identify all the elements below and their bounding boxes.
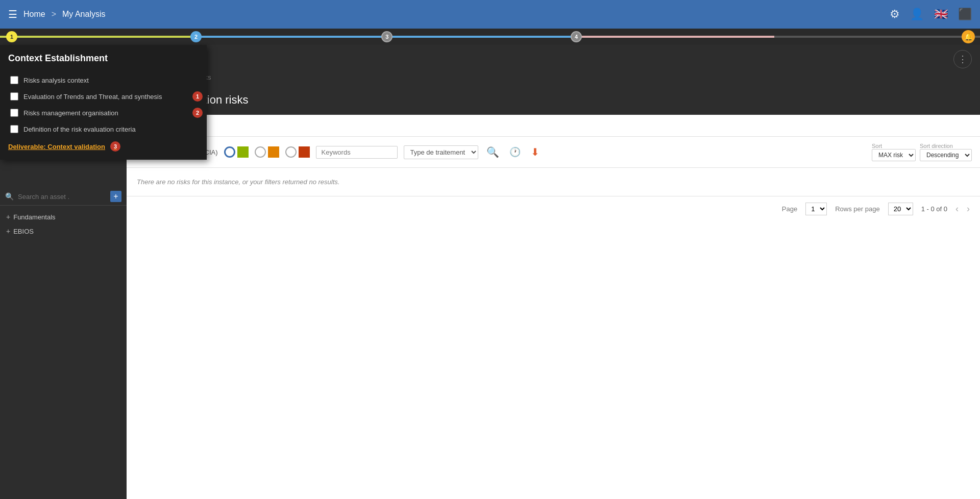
threshold-sq-red[interactable] [299,146,310,158]
rows-label: Rows per page [835,205,879,213]
progress-track [0,36,980,38]
pagination-bar: Page 1 Rows per page 20 1 - 0 of 0 ‹ › [127,196,980,221]
nav-right: ⚙ 👤 🇬🇧 ⬛ [890,8,972,21]
context-checkbox-3[interactable] [10,109,18,117]
context-label-1: Risks analysis context [23,77,89,84]
search-button[interactable]: 🔍 [484,144,501,160]
progress-fill-1 [0,36,196,38]
threshold-group-3 [285,146,310,158]
threshold-sq-orange[interactable] [268,146,279,158]
context-checkbox-1[interactable] [10,76,18,84]
user-icon[interactable]: 👤 [910,8,924,21]
context-item-3[interactable]: Risks management organisation 2 [8,105,199,121]
threshold-dot-3[interactable] [285,146,297,158]
progress-bar: 1 2 3 4 🔔 [0,29,980,45]
context-dropdown: Context Establishment Risks analysis con… [0,45,207,160]
analysis-header: My Analysis Risks analysis ⋮ [127,45,980,71]
deliverable-text: Deliverable: Context validation [8,143,105,151]
nav-separator: > [52,10,56,19]
context-badge-2: 2 [192,108,203,118]
tree-expand-icon: + [6,213,10,221]
operational-risks-section: Operational risks Risk threshold (on max… [127,115,980,499]
notification-bell[interactable]: 🔔 [962,30,975,43]
pagination-count: 1 - 0 of 0 [921,205,947,213]
nav-home-link[interactable]: Home [23,10,45,19]
page-select[interactable]: 1 [805,203,827,215]
analysis-subtitle: Risks analysis [145,61,945,68]
flag-icon[interactable]: 🇬🇧 [934,8,948,21]
nav-current-page: My Analysis [62,10,105,19]
pagination-prev-button[interactable]: ‹ [955,204,959,214]
zero-risks-banner: 0 information risks [127,85,980,115]
rows-per-page-select[interactable]: 20 [888,203,913,215]
sidebar-search-bar: 🔍 + [0,188,127,206]
step-node-4[interactable]: 4 [571,31,582,42]
threshold-dot-2[interactable] [255,146,266,158]
sort-direction-select[interactable]: Descending [920,149,972,161]
settings-icon[interactable]: ⚙ [890,8,900,21]
threshold-sq-green[interactable] [237,146,249,158]
step-node-3[interactable]: 3 [381,31,393,42]
sort-select[interactable]: MAX risk [872,149,916,161]
treatment-select[interactable]: Type de traitement [404,145,478,159]
sort-group: Sort MAX risk Sort direction Descending [872,143,972,161]
top-nav: ☰ Home > My Analysis ⚙ 👤 🇬🇧 ⬛ [0,0,980,29]
sort-label: Sort [872,143,916,149]
sort-direction-section: Sort direction Descending [920,143,972,161]
search-input[interactable] [18,193,106,201]
no-results-message: There are no risks for this instance, or… [127,168,980,196]
sidebar-tree: + Fundamentals + EBIOS [0,206,127,242]
context-item-2[interactable]: Evaluation of Trends and Threat, and syn… [8,88,199,105]
keywords-input[interactable] [316,146,398,159]
context-label-3: Risks management organisation [23,109,118,117]
nav-left: ☰ Home > My Analysis [8,8,106,20]
menu-icon[interactable]: ☰ [8,8,17,20]
analysis-menu-button[interactable]: ⋮ [953,50,972,68]
sort-direction-label: Sort direction [920,143,972,149]
tree-item-ebios[interactable]: + EBIOS [0,224,127,238]
search-icon: 🔍 [5,192,14,201]
tree-label-fundamentals: Fundamentals [13,213,55,221]
analysis-title: My Analysis [145,50,945,61]
main-content: My Analysis Risks analysis ⋮ 0 informati… [127,45,980,499]
analysis-header-text: My Analysis Risks analysis [145,50,945,68]
history-button[interactable]: 🕐 [507,144,523,160]
sort-section: Sort MAX risk [872,143,916,161]
context-title: Context Establishment [8,53,199,64]
context-item-1[interactable]: Risks analysis context [8,72,199,88]
context-checkbox-4[interactable] [10,125,18,133]
threshold-group-1 [224,146,249,158]
download-button[interactable]: ⬇ [529,144,542,160]
threshold-dot-selected[interactable] [224,146,235,158]
context-item-4[interactable]: Definition of the risk evaluation criter… [8,121,199,137]
progress-fill-3 [578,36,774,38]
context-badge-1: 1 [192,91,203,102]
pagination-next-button[interactable]: › [967,204,970,214]
filter-toolbar: Risk threshold (on max CIA) Type de trai… [127,137,980,168]
page-label: Page [782,205,797,213]
context-checkbox-2[interactable] [10,92,18,101]
step-node-2[interactable]: 2 [190,31,202,42]
add-asset-button[interactable]: + [110,191,121,202]
operational-risks-header: Operational risks [127,115,980,137]
tree-label-ebios: EBIOS [13,228,34,235]
step-node-1[interactable]: 1 [6,31,17,42]
tree-item-fundamentals[interactable]: + Fundamentals [0,210,127,224]
deliverable-link[interactable]: Deliverable: Context validation 3 [8,141,199,152]
logout-icon[interactable]: ⬛ [958,8,972,21]
context-label-4: Definition of the risk evaluation criter… [23,126,136,133]
threshold-group-2 [255,146,279,158]
tree-expand-icon-2: + [6,227,10,235]
context-label-2: Evaluation of Trends and Threat, and syn… [23,93,162,101]
deliverable-badge: 3 [110,141,120,152]
info-risks-banner: 0 information risks [127,71,980,85]
main-layout: Context Establishment Risks analysis con… [0,45,980,499]
